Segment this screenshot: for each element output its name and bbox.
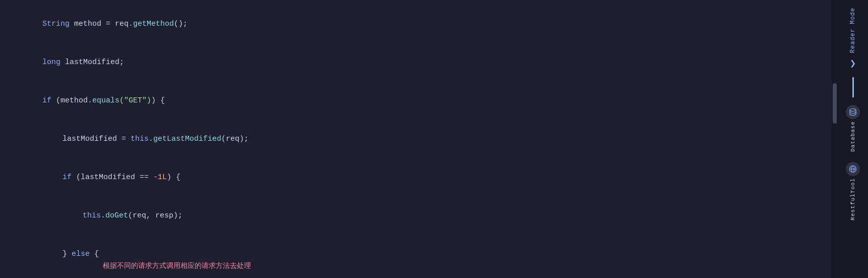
string-get: ("GET") [119, 96, 151, 105]
var-lastmod-check: (lastModified == [72, 173, 153, 182]
punct-close-brace-1: } [63, 250, 72, 258]
scrollbar-thumb[interactable] [833, 83, 837, 124]
sidebar-blue-line [852, 77, 854, 97]
sidebar-item-restfultool[interactable]: RestfulTool [846, 162, 860, 220]
code-text: lastModified = this.getLastModified(req)… [15, 121, 249, 157]
code-line-5: if (lastModified == -1L) { [0, 158, 838, 197]
code-text: long lastModified; [15, 44, 124, 81]
database-label: Database [850, 121, 856, 152]
sidebar-chevron-icon[interactable]: ❯ [850, 57, 856, 70]
restfultool-icon [846, 162, 860, 176]
method-doget: doGet [105, 211, 128, 220]
code-line-6: this.doGet(req, resp); [0, 197, 838, 235]
method-getmethod: getMethod [133, 20, 174, 28]
keyword-this-1: this [131, 135, 149, 143]
code-line-2: long lastModified; [0, 43, 838, 82]
right-sidebar: Reader Mode ❯ Database RestfulTool [838, 0, 868, 278]
punct-req: (req); [221, 135, 249, 143]
scrollbar-track[interactable] [832, 0, 838, 278]
var-method: method = req. [70, 20, 133, 28]
code-text: } else { 根据不同的请求方式调用相应的请求方法去处理 [15, 236, 251, 278]
method-equals: equals [92, 96, 119, 105]
var-lastmodified: lastModified; [60, 58, 124, 67]
punct-else-brace: { [90, 250, 99, 258]
punct-if-brace: ) { [151, 96, 165, 105]
code-line-4: lastModified = this.getLastModified(req)… [0, 120, 838, 158]
num-neg1l: -1L [153, 173, 167, 182]
code-text: if (lastModified == -1L) { [15, 159, 180, 196]
code-line-3: if (method.equals("GET")) { [0, 82, 838, 120]
code-line-7: } else { 根据不同的请求方式调用相应的请求方法去处理 [0, 235, 838, 278]
keyword-this-2: this [83, 211, 101, 220]
punct-if2-brace: ) { [167, 173, 180, 182]
keyword-long: long [42, 58, 60, 67]
var-lastmod-assign: lastModified = [42, 135, 131, 143]
punct-dot-2: . [101, 211, 105, 220]
keyword-string: String [42, 20, 70, 28]
svg-point-0 [850, 109, 856, 112]
punct-1: (); [174, 20, 188, 28]
punct-doget-args: (req, resp); [128, 211, 182, 220]
method-getlastmodified: getLastModified [153, 135, 221, 143]
code-text: this.doGet(req, resp); [15, 198, 182, 234]
punct-dot-1: . [149, 135, 153, 143]
editor-area: String method = req.getMethod(); long la… [0, 0, 838, 278]
reader-mode-label: Reader Mode [849, 8, 856, 53]
database-icon [846, 105, 860, 119]
annotation-text: 根据不同的请求方式调用相应的请求方法去处理 [103, 262, 251, 270]
restfultool-label: RestfulTool [850, 178, 856, 220]
sidebar-item-database[interactable]: Database [846, 105, 860, 152]
keyword-else: else [72, 250, 90, 258]
keyword-if-2: if [63, 173, 72, 182]
code-text: if (method.equals("GET")) { [15, 83, 165, 119]
code-line-1: String method = req.getMethod(); [0, 5, 838, 43]
punct-if-open: (method. [51, 96, 92, 105]
keyword-if: if [42, 96, 51, 105]
code-text: String method = req.getMethod(); [15, 6, 188, 42]
